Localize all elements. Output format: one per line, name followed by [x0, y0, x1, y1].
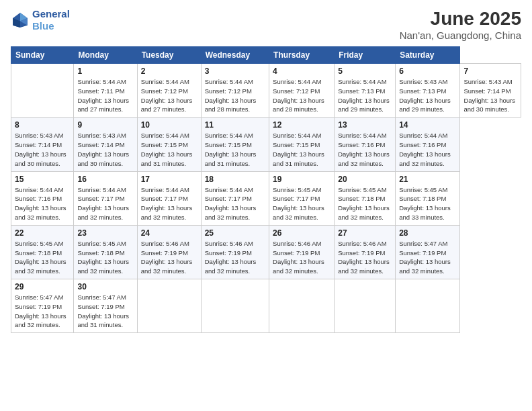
- table-row: 30 Sunrise: 5:47 AMSunset: 7:19 PMDaylig…: [74, 279, 137, 333]
- day-info: Sunrise: 5:45 AMSunset: 7:18 PMDaylight:…: [399, 186, 451, 221]
- day-number: 6: [399, 66, 456, 76]
- day-info: Sunrise: 5:43 AMSunset: 7:14 PMDaylight:…: [463, 78, 515, 113]
- table-row: 7 Sunrise: 5:43 AMSunset: 7:14 PMDayligh…: [460, 64, 521, 118]
- day-info: Sunrise: 5:46 AMSunset: 7:19 PMDaylight:…: [205, 240, 257, 275]
- header-saturday: Saturday: [396, 47, 460, 64]
- table-row: 12 Sunrise: 5:44 AMSunset: 7:15 PMDaylig…: [269, 118, 335, 171]
- day-number: 30: [77, 282, 133, 291]
- day-info: Sunrise: 5:43 AMSunset: 7:14 PMDaylight:…: [15, 132, 66, 167]
- day-info: Sunrise: 5:44 AMSunset: 7:12 PMDaylight:…: [141, 78, 193, 113]
- day-info: Sunrise: 5:45 AMSunset: 7:18 PMDaylight:…: [77, 240, 129, 275]
- table-row: [269, 279, 335, 333]
- table-row: 13 Sunrise: 5:44 AMSunset: 7:16 PMDaylig…: [335, 118, 396, 171]
- day-number: 23: [77, 228, 133, 238]
- table-row: 28 Sunrise: 5:47 AMSunset: 7:19 PMDaylig…: [396, 225, 460, 279]
- day-number: 11: [205, 120, 265, 130]
- table-row: 11 Sunrise: 5:44 AMSunset: 7:15 PMDaylig…: [201, 118, 269, 171]
- day-number: 5: [338, 66, 392, 76]
- header-monday: Monday: [74, 47, 137, 64]
- day-number: 18: [205, 175, 265, 184]
- day-number: 20: [338, 175, 392, 184]
- day-info: Sunrise: 5:44 AMSunset: 7:17 PMDaylight:…: [77, 186, 129, 221]
- page: General Blue June 2025 Nan'an, Guangdong…: [0, 0, 532, 411]
- day-info: Sunrise: 5:47 AMSunset: 7:19 PMDaylight:…: [77, 293, 129, 328]
- day-info: Sunrise: 5:44 AMSunset: 7:15 PMDaylight:…: [205, 132, 257, 167]
- day-number: 26: [273, 228, 330, 238]
- day-info: Sunrise: 5:47 AMSunset: 7:19 PMDaylight:…: [15, 293, 66, 328]
- title-block: June 2025 Nan'an, Guangdong, China: [400, 8, 521, 41]
- day-info: Sunrise: 5:44 AMSunset: 7:17 PMDaylight:…: [141, 186, 193, 221]
- table-row: 1 Sunrise: 5:44 AMSunset: 7:11 PMDayligh…: [74, 64, 137, 118]
- day-number: 15: [15, 175, 70, 184]
- header-thursday: Thursday: [269, 47, 335, 64]
- day-info: Sunrise: 5:43 AMSunset: 7:14 PMDaylight:…: [77, 132, 129, 167]
- day-info: Sunrise: 5:44 AMSunset: 7:16 PMDaylight:…: [338, 132, 390, 167]
- day-number: 16: [77, 175, 133, 184]
- day-number: 21: [399, 175, 456, 184]
- day-info: Sunrise: 5:44 AMSunset: 7:13 PMDaylight:…: [338, 78, 390, 113]
- weekday-header-row: Sunday Monday Tuesday Wednesday Thursday…: [11, 47, 521, 64]
- location-title: Nan'an, Guangdong, China: [400, 30, 521, 41]
- day-info: Sunrise: 5:46 AMSunset: 7:19 PMDaylight:…: [141, 240, 193, 275]
- day-info: Sunrise: 5:46 AMSunset: 7:19 PMDaylight:…: [273, 240, 324, 275]
- table-row: 2 Sunrise: 5:44 AMSunset: 7:12 PMDayligh…: [137, 64, 201, 118]
- table-row: 8 Sunrise: 5:43 AMSunset: 7:14 PMDayligh…: [11, 118, 74, 171]
- table-row: 29 Sunrise: 5:47 AMSunset: 7:19 PMDaylig…: [11, 279, 74, 333]
- table-row: 19 Sunrise: 5:45 AMSunset: 7:17 PMDaylig…: [269, 171, 335, 225]
- logo-text: General Blue: [32, 8, 70, 32]
- day-number: 19: [273, 175, 330, 184]
- day-info: Sunrise: 5:44 AMSunset: 7:11 PMDaylight:…: [77, 78, 129, 113]
- day-number: 27: [338, 228, 392, 238]
- table-row: 3 Sunrise: 5:44 AMSunset: 7:12 PMDayligh…: [201, 64, 269, 118]
- table-row: 4 Sunrise: 5:44 AMSunset: 7:12 PMDayligh…: [269, 64, 335, 118]
- header-sunday: Sunday: [11, 47, 74, 64]
- table-row: 6 Sunrise: 5:43 AMSunset: 7:13 PMDayligh…: [396, 64, 460, 118]
- table-row: 24 Sunrise: 5:46 AMSunset: 7:19 PMDaylig…: [137, 225, 201, 279]
- table-row: [396, 279, 460, 333]
- day-number: 1: [77, 66, 133, 76]
- day-number: 10: [141, 120, 197, 130]
- table-row: 21 Sunrise: 5:45 AMSunset: 7:18 PMDaylig…: [396, 171, 460, 225]
- day-info: Sunrise: 5:44 AMSunset: 7:15 PMDaylight:…: [273, 132, 324, 167]
- empty-cell: [11, 64, 74, 118]
- day-info: Sunrise: 5:44 AMSunset: 7:17 PMDaylight:…: [205, 186, 257, 221]
- header-friday: Friday: [335, 47, 396, 64]
- day-number: 3: [205, 66, 265, 76]
- table-row: 16 Sunrise: 5:44 AMSunset: 7:17 PMDaylig…: [74, 171, 137, 225]
- day-info: Sunrise: 5:44 AMSunset: 7:16 PMDaylight:…: [399, 132, 451, 167]
- day-info: Sunrise: 5:43 AMSunset: 7:13 PMDaylight:…: [399, 78, 451, 113]
- day-number: 4: [273, 66, 330, 76]
- table-row: 25 Sunrise: 5:46 AMSunset: 7:19 PMDaylig…: [201, 225, 269, 279]
- table-row: 18 Sunrise: 5:44 AMSunset: 7:17 PMDaylig…: [201, 171, 269, 225]
- table-row: 9 Sunrise: 5:43 AMSunset: 7:14 PMDayligh…: [74, 118, 137, 171]
- table-row: [137, 279, 201, 333]
- table-row: [335, 279, 396, 333]
- day-number: 22: [15, 228, 70, 238]
- month-title: June 2025: [400, 8, 521, 30]
- day-info: Sunrise: 5:45 AMSunset: 7:17 PMDaylight:…: [273, 186, 324, 221]
- table-row: 26 Sunrise: 5:46 AMSunset: 7:19 PMDaylig…: [269, 225, 335, 279]
- day-info: Sunrise: 5:44 AMSunset: 7:16 PMDaylight:…: [15, 186, 66, 221]
- table-row: 5 Sunrise: 5:44 AMSunset: 7:13 PMDayligh…: [335, 64, 396, 118]
- header-wednesday: Wednesday: [201, 47, 269, 64]
- day-info: Sunrise: 5:44 AMSunset: 7:12 PMDaylight:…: [273, 78, 324, 113]
- table-row: 20 Sunrise: 5:45 AMSunset: 7:18 PMDaylig…: [335, 171, 396, 225]
- day-number: 28: [399, 228, 456, 238]
- table-row: [201, 279, 269, 333]
- calendar-table: Sunday Monday Tuesday Wednesday Thursday…: [11, 46, 521, 333]
- day-number: 2: [141, 66, 197, 76]
- day-info: Sunrise: 5:45 AMSunset: 7:18 PMDaylight:…: [15, 240, 66, 275]
- day-number: 29: [15, 282, 70, 291]
- day-number: 7: [463, 66, 517, 76]
- logo: General Blue: [11, 8, 70, 32]
- day-number: 25: [205, 228, 265, 238]
- day-info: Sunrise: 5:45 AMSunset: 7:18 PMDaylight:…: [338, 186, 390, 221]
- day-number: 14: [399, 120, 456, 130]
- day-info: Sunrise: 5:44 AMSunset: 7:15 PMDaylight:…: [141, 132, 193, 167]
- table-row: 15 Sunrise: 5:44 AMSunset: 7:16 PMDaylig…: [11, 171, 74, 225]
- day-number: 9: [77, 120, 133, 130]
- day-number: 17: [141, 175, 197, 184]
- day-number: 13: [338, 120, 392, 130]
- table-row: 14 Sunrise: 5:44 AMSunset: 7:16 PMDaylig…: [396, 118, 460, 171]
- table-row: 27 Sunrise: 5:46 AMSunset: 7:19 PMDaylig…: [335, 225, 396, 279]
